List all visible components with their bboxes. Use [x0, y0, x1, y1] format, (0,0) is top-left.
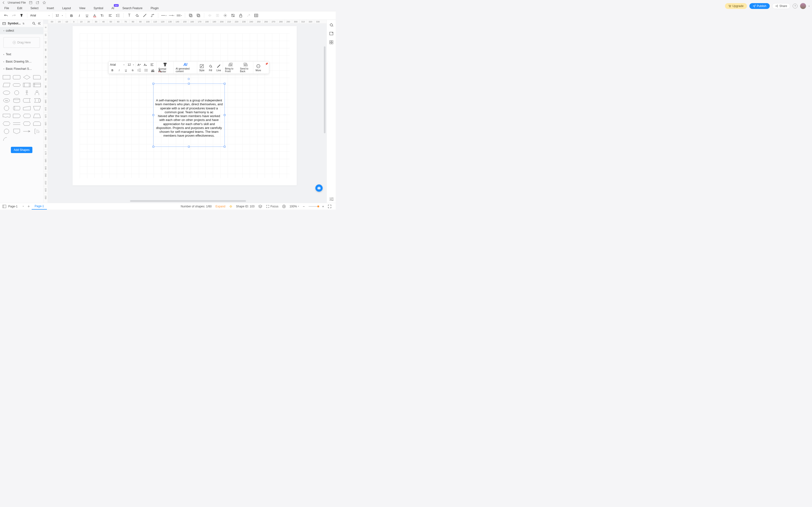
page-select[interactable]: Page-1▾: [6, 205, 26, 208]
drag-here-zone[interactable]: Drag Here: [3, 37, 40, 48]
layer-front-icon[interactable]: [188, 13, 193, 18]
text-shape-content[interactable]: A self-managed team is a group of indepe…: [154, 98, 224, 139]
add-shapes-button[interactable]: Add Shapes: [11, 147, 33, 153]
shape-manual-input[interactable]: [22, 105, 32, 112]
ctx-italic-icon[interactable]: I: [117, 68, 121, 73]
section-basic-flowchart[interactable]: ▾ Basic Flowchart S…: [0, 65, 43, 72]
shape-direct-data[interactable]: [33, 97, 42, 104]
menu-view[interactable]: View: [79, 6, 85, 10]
ctx-size-select[interactable]: 12▾: [128, 63, 134, 66]
expand-link[interactable]: Expand: [214, 205, 227, 208]
shape-data[interactable]: [2, 81, 11, 89]
fullscreen-icon[interactable]: [326, 205, 333, 208]
shape-arrow-right[interactable]: [22, 128, 32, 135]
collapse-panel-icon[interactable]: [38, 22, 41, 25]
shape-database[interactable]: [12, 97, 21, 104]
save-icon[interactable]: [29, 1, 33, 5]
canvas-area[interactable]: -30-20-100102030405060708090100110120130…: [44, 20, 326, 203]
line-weight-icon[interactable]: ▾: [176, 13, 182, 18]
star-icon[interactable]: [42, 1, 46, 5]
resize-handle-ne[interactable]: [224, 83, 225, 84]
ctx-highlight-icon[interactable]: ab: [151, 68, 155, 73]
resize-handle-nw[interactable]: [152, 83, 154, 84]
decrease-font-icon[interactable]: A▾: [143, 62, 148, 67]
menu-search-feature[interactable]: Search Feature: [122, 6, 143, 10]
menu-file[interactable]: File: [4, 6, 9, 10]
diamond-icon[interactable]: [227, 205, 234, 208]
library-dropdown-icon[interactable]: ⇅: [22, 22, 24, 25]
menu-select[interactable]: Select: [31, 6, 39, 10]
layers-icon[interactable]: [256, 205, 264, 208]
shape-display[interactable]: [22, 113, 32, 119]
resize-handle-se[interactable]: [224, 146, 225, 148]
panel-toggle-icon[interactable]: [2, 205, 6, 208]
italic-icon[interactable]: I: [77, 13, 82, 18]
layer-back-icon[interactable]: [196, 13, 201, 18]
lock-icon[interactable]: [238, 13, 243, 18]
export-panel-icon[interactable]: [329, 32, 334, 36]
menu-symbol[interactable]: Symbol: [94, 6, 103, 10]
font-size-select[interactable]: 12▾: [56, 14, 63, 17]
ctx-line[interactable]: Line: [215, 62, 223, 74]
shape-annotation[interactable]: Dragthe sidehandles: [33, 128, 42, 135]
shape-arc[interactable]: [2, 136, 11, 143]
shape-stored-data[interactable]: [22, 97, 32, 104]
ctx-bring-front[interactable]: Bring to Front: [223, 62, 238, 74]
rotate-handle[interactable]: [188, 78, 190, 80]
zoom-in-icon[interactable]: +: [320, 205, 326, 208]
crop-icon[interactable]: [230, 13, 236, 18]
menu-layout[interactable]: Layout: [62, 6, 71, 10]
shape-delay[interactable]: [12, 113, 21, 119]
shape-predefined[interactable]: [22, 81, 32, 89]
shape-on-page-ref[interactable]: [2, 128, 11, 135]
play-icon[interactable]: [280, 205, 288, 208]
shape-circle[interactable]: [12, 89, 21, 96]
ctx-style[interactable]: Style: [197, 62, 206, 74]
menu-edit[interactable]: Edit: [17, 6, 22, 10]
chat-assistant-button[interactable]: [315, 184, 323, 192]
increase-font-icon[interactable]: A▴: [137, 62, 142, 67]
ctx-more[interactable]: More: [253, 62, 263, 74]
ctx-align-icon[interactable]: [150, 62, 154, 67]
ctx-fill[interactable]: Fill: [206, 62, 215, 74]
ctx-bullets-icon[interactable]: [144, 68, 149, 73]
menu-insert[interactable]: Insert: [47, 6, 54, 10]
ctx-send-back[interactable]: Send to Back: [238, 62, 253, 74]
shape-trapezoid[interactable]: [33, 113, 42, 119]
redo-icon[interactable]: [11, 13, 16, 18]
font-color-icon[interactable]: A: [92, 13, 97, 18]
shape-parallel[interactable]: [12, 120, 21, 127]
shape-yes[interactable]: Yes: [2, 97, 11, 104]
fill-icon[interactable]: [134, 13, 140, 18]
ctx-format-painter[interactable]: Format Painter: [157, 62, 173, 74]
shape-cylinder-h[interactable]: [12, 105, 21, 112]
shape-connector-circle[interactable]: [2, 105, 11, 112]
text-tool-icon[interactable]: T: [126, 13, 132, 18]
effects-icon[interactable]: [222, 13, 228, 18]
line-spacing-icon[interactable]: [115, 13, 120, 18]
zoom-slider[interactable]: [307, 206, 320, 207]
ctx-line-spacing-icon[interactable]: [137, 68, 142, 73]
connector-icon[interactable]: [150, 13, 155, 18]
vertical-scrollbar-thumb[interactable]: [324, 46, 325, 133]
shape-internal-storage[interactable]: [33, 81, 42, 89]
ctx-strike-icon[interactable]: S: [130, 68, 135, 73]
horizontal-scrollbar[interactable]: [130, 200, 246, 202]
shape-ellipse[interactable]: [2, 89, 11, 96]
grid-panel-icon[interactable]: [329, 40, 334, 44]
align-h-icon[interactable]: [207, 13, 212, 18]
shape-card[interactable]: [33, 74, 42, 80]
tools-icon[interactable]: [246, 13, 251, 18]
shape-off-page-ref[interactable]: [12, 128, 21, 135]
font-family-select[interactable]: Arial▾: [30, 14, 50, 17]
shape-rounded-process[interactable]: [12, 74, 21, 80]
zoom-out-icon[interactable]: −: [301, 205, 307, 208]
format-painter-icon[interactable]: [19, 13, 24, 18]
shape-user[interactable]: [33, 89, 42, 96]
resize-handle-sw[interactable]: [152, 146, 154, 148]
bold-icon[interactable]: B: [69, 13, 74, 18]
vertical-scrollbar-track[interactable]: [324, 44, 325, 179]
library-icon[interactable]: [2, 22, 6, 25]
file-name[interactable]: Unnamed File: [8, 1, 26, 4]
search-icon[interactable]: [32, 22, 36, 25]
